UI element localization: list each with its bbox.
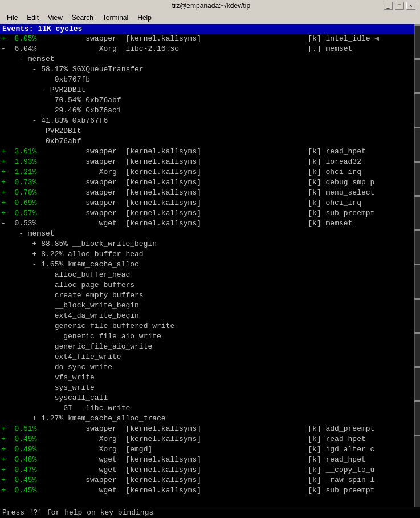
scrollbar-tick bbox=[414, 58, 420, 60]
table-row: + 0.45% wget [kernel.kallsyms] [k] sub_p… bbox=[0, 485, 420, 496]
table-row: + 0.70% swapper [kernel.kallsyms] [k] me… bbox=[0, 188, 420, 198]
perf-output: + 8.05% swapper [kernel.kallsyms] [k] in… bbox=[0, 34, 420, 496]
table-row: + 0.69% swapper [kernel.kallsyms] [k] oh… bbox=[0, 198, 420, 208]
scrollbar-tick bbox=[414, 264, 420, 265]
table-row: + 0.49% Xorg [kernel.kallsyms] [k] read_… bbox=[0, 434, 420, 444]
menu-help[interactable]: Help bbox=[133, 13, 156, 23]
table-row: alloc_page_buffers bbox=[0, 280, 420, 290]
terminal-area: Events: 11K cycles + 8.05% swapper [kern… bbox=[0, 24, 420, 507]
status-bar: Press '?' for help on key bindings bbox=[0, 507, 420, 518]
menu-terminal[interactable]: Terminal bbox=[98, 13, 133, 23]
events-header: Events: 11K cycles bbox=[0, 24, 420, 34]
table-row: - 58.17% SGXQueueTransfer bbox=[0, 64, 420, 75]
scrollbar-tick bbox=[414, 92, 420, 94]
close-button[interactable]: × bbox=[406, 2, 415, 10]
table-row: sys_write bbox=[0, 383, 420, 393]
table-row: ext4_da_write_begin bbox=[0, 311, 420, 321]
table-row: 0xb76abf bbox=[0, 136, 420, 147]
table-row: __generic_file_aio_write bbox=[0, 331, 420, 342]
table-row: PVR2DBlt bbox=[0, 126, 420, 136]
table-row: - 6.04% Xorg libc-2.16.so [.] memset bbox=[0, 44, 420, 54]
window-title: trz@empanada:~/kdev/tip bbox=[39, 2, 384, 10]
table-row: 29.46% 0xb76ac1 bbox=[0, 106, 420, 116]
window-controls[interactable]: _ □ × bbox=[384, 2, 415, 10]
scrollbar-tick bbox=[414, 127, 420, 128]
scrollbar-tick bbox=[414, 229, 420, 231]
table-row: + 8.22% alloc_buffer_head bbox=[0, 249, 420, 260]
table-row: + 0.51% swapper [kernel.kallsyms] [k] ad… bbox=[0, 424, 420, 434]
scrollbar-tick bbox=[414, 161, 420, 163]
table-row: - PVR2DBlt bbox=[0, 85, 420, 95]
table-row: + 0.45% swapper [kernel.kallsyms] [k] _r… bbox=[0, 475, 420, 485]
table-row: syscall_call bbox=[0, 393, 420, 403]
minimize-button[interactable]: _ bbox=[384, 2, 393, 10]
menubar: File Edit View Search Terminal Help bbox=[0, 11, 420, 24]
table-row: + 1.93% swapper [kernel.kallsyms] [k] io… bbox=[0, 157, 420, 167]
table-row: + 0.57% swapper [kernel.kallsyms] [k] su… bbox=[0, 208, 420, 218]
table-row: + 1.21% Xorg [kernel.kallsyms] [k] ohci_… bbox=[0, 167, 420, 177]
table-row: + 0.73% swapper [kernel.kallsyms] [k] de… bbox=[0, 177, 420, 188]
table-row: do_sync_write bbox=[0, 362, 420, 373]
table-row: alloc_buffer_head bbox=[0, 270, 420, 280]
table-row: + 1.27% kmem_cache_alloc_trace bbox=[0, 414, 420, 424]
table-row: __block_write_begin bbox=[0, 301, 420, 311]
scrollbar-tick bbox=[414, 400, 420, 402]
table-row: generic_file_buffered_write bbox=[0, 321, 420, 331]
table-row: generic_file_aio_write bbox=[0, 342, 420, 352]
menu-search[interactable]: Search bbox=[67, 13, 98, 23]
table-row: 0xb767fb bbox=[0, 75, 420, 85]
scrollbar-tick bbox=[414, 24, 420, 26]
table-row: vfs_write bbox=[0, 373, 420, 383]
table-row: + 0.48% wget [kernel.kallsyms] [k] read_… bbox=[0, 455, 420, 465]
title-bar: trz@empanada:~/kdev/tip _ □ × bbox=[0, 0, 420, 11]
table-row: + 0.49% Xorg [emgd] [k] igd_alter_c bbox=[0, 444, 420, 455]
menu-file[interactable]: File bbox=[2, 13, 22, 23]
maximize-button[interactable]: □ bbox=[395, 2, 404, 10]
scrollbar-tick bbox=[414, 366, 420, 368]
scrollbar-tick bbox=[414, 195, 420, 197]
table-row: + 8.05% swapper [kernel.kallsyms] [k] in… bbox=[0, 34, 420, 44]
table-row: + 3.61% swapper [kernel.kallsyms] [k] re… bbox=[0, 147, 420, 157]
scrollbar-tick bbox=[414, 332, 420, 334]
table-row: create_empty_buffers bbox=[0, 290, 420, 301]
table-row: + 0.47% wget [kernel.kallsyms] [k] __cop… bbox=[0, 465, 420, 475]
table-row: __GI___libc_write bbox=[0, 403, 420, 414]
table-row: - 41.83% 0xb767f6 bbox=[0, 116, 420, 126]
scrollbar-tick bbox=[414, 298, 420, 300]
scrollbar[interactable] bbox=[414, 24, 420, 507]
table-row: ext4_file_write bbox=[0, 352, 420, 362]
menu-view[interactable]: View bbox=[43, 13, 67, 23]
menu-edit[interactable]: Edit bbox=[22, 13, 43, 23]
table-row: + 88.85% __block_write_begin bbox=[0, 239, 420, 249]
table-row: - 1.65% kmem_cache_alloc bbox=[0, 260, 420, 270]
table-row: 70.54% 0xb76abf bbox=[0, 95, 420, 106]
table-row: - memset bbox=[0, 54, 420, 64]
table-row: - 0.53% wget [kernel.kallsyms] [k] memse… bbox=[0, 218, 420, 229]
table-row: - memset bbox=[0, 229, 420, 239]
scrollbar-tick bbox=[414, 435, 420, 436]
